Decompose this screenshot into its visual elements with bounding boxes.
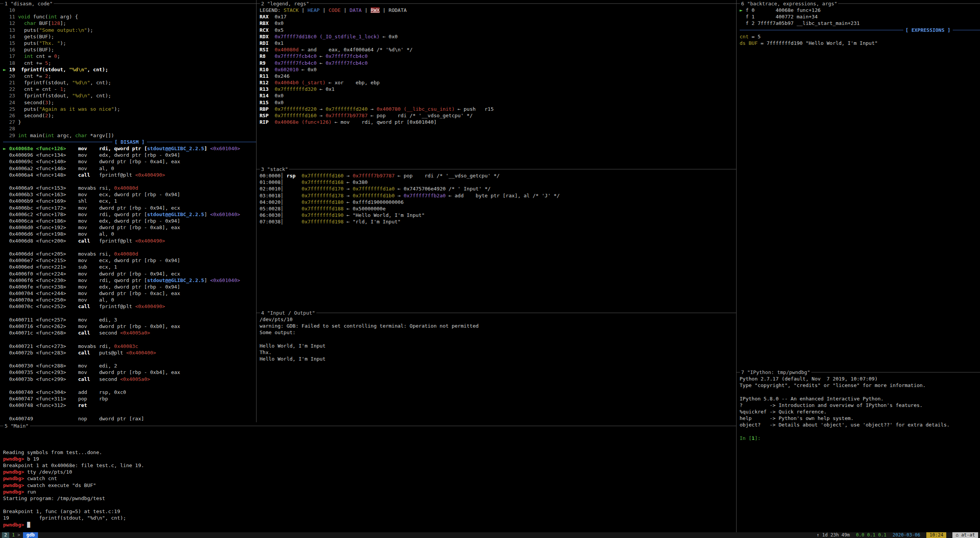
separator-line <box>953 30 980 30</box>
terminal-line <box>260 336 736 343</box>
pane-legend-regs[interactable]: 2 "legend, regs" LEGEND: STACK | HEAP | … <box>256 0 736 166</box>
terminal-line: R8 0x7ffff7fcb4c0 ← 0x7ffff7fcb4c0 <box>260 53 736 59</box>
backtrace-pane-body: ► f 0 40068e func+126 f 1 400772 main+34… <box>737 7 980 369</box>
disasm-section-label: [ DISASM ] <box>112 139 147 145</box>
terminal-line: 24 second(3); <box>3 99 256 106</box>
pane-main-console[interactable]: 5 "Main" Reading symbols from test...don… <box>0 422 736 532</box>
terminal-line: 0x4006ed <func+221> sub ecx, 1 <box>3 264 256 270</box>
backtrace-listing: ► f 0 40068e func+126 f 1 400772 main+34… <box>740 7 980 27</box>
pane-title-label: 4 "Input / Output" <box>260 310 316 316</box>
terminal-line <box>3 244 256 251</box>
terminal-line: 29 int main(int argc, char *argv[]) <box>3 132 256 139</box>
source-listing: 10 11 void func(int arg) { 12 char BUF[1… <box>3 7 256 139</box>
gdb-console-listing[interactable]: Reading symbols from test...done.pwndbg>… <box>0 429 736 532</box>
terminal-line: 0x400740 <func+304> add rsp, 0xc0 <box>3 389 256 395</box>
terminal-line: RBP 0x7fffffffd220 → 0x7fffffffd240 → 0x… <box>260 106 736 112</box>
terminal-line: 13 puts("Some output:\n"); <box>3 27 256 33</box>
ipython-listing[interactable]: Python 2.7.17 (default, Nov 7 2019, 10:0… <box>737 376 980 532</box>
pane-disasm-code[interactable]: 1 "disasm, code" 10 11 void func(int arg… <box>0 0 256 422</box>
terminal-line: R10 0x602010 ← 0x0 <box>260 66 736 73</box>
terminal-line: 0x4006d6 <func+198> mov al, 0 <box>3 231 256 237</box>
terminal-line: help -> Python's own help system. <box>740 415 980 422</box>
pane-title-label: 2 "legend, regs" <box>260 1 310 7</box>
terminal-line: 14 gets(BUF); <box>3 33 256 40</box>
terminal-line: 0x40073b <func+299> call second <0x4005a… <box>3 376 256 382</box>
terminal-line: Python 2.7.17 (default, Nov 7 2019, 10:0… <box>740 376 980 382</box>
terminal-line: Type "copyright", "credits" or "license"… <box>740 382 980 389</box>
hostname-text: at-at <box>961 532 975 538</box>
terminal-line: 0x4006fe <func+238> mov edx, dword ptr [… <box>3 284 256 290</box>
terminal-line: 0x4006a2 <func+146> mov al, 0 <box>3 165 256 172</box>
status-date: 2020-03-06 <box>893 532 920 538</box>
terminal-line: 01:0008│ 0x7fffffffd168 ← 0x380 <box>260 179 736 185</box>
terminal-line: 0x4006a9 <func+153> movabs rsi, 0x40080d <box>3 185 256 191</box>
terminal-line: 0x4006e7 <func+215> mov ecx, dword ptr [… <box>3 257 256 264</box>
terminal-line: 07:0038│ 0x7fffffffd198 ← "rld, I'm Inpu… <box>260 218 736 225</box>
terminal-line: 0x4006c2 <func+178> mov rdi, qword ptr [… <box>3 211 256 218</box>
terminal-line: 03:0018│ 0x7fffffffd178 → 0x7fffffffd1b0… <box>260 192 736 199</box>
pane-title-label: 5 "Main" <box>3 423 30 429</box>
terminal-line <box>3 502 736 508</box>
terminal-line <box>3 310 256 317</box>
terminal-line: 0x400747 <func+311> pop rbp <box>3 395 256 402</box>
terminal-line: Breakpoint 1, func (arg=5) at test.c:19 <box>3 508 736 515</box>
terminal-line: object? -> Details about 'object', use '… <box>740 422 980 428</box>
pane-ipython[interactable]: 7 "IPython: tmp/pwndbg" Python 2.7.17 (d… <box>736 369 980 532</box>
terminal-line: 16 puts(BUF); <box>3 46 256 53</box>
terminal-line: RIP 0x40068e (func+126) ← mov rdi, qword… <box>260 119 736 125</box>
pane-title-disasm: 1 "disasm, code" <box>0 0 256 7</box>
terminal-line: In [1]: <box>740 435 980 441</box>
terminal-line: 0x4006b9 <func+169> shl ecx, 1 <box>3 198 256 204</box>
terminal-line: pwndbg> tty /dev/pts/10 <box>3 469 736 475</box>
terminal-line: IPython 5.8.0 -- An enhanced Interactive… <box>740 395 980 402</box>
terminal-line: R13 0x7fffffffd320 ← 0x1 <box>260 86 736 92</box>
terminal-line <box>3 408 256 415</box>
terminal-line: 28 <box>3 125 256 132</box>
border-line <box>257 3 260 4</box>
pane-input-output[interactable]: 4 "Input / Output" /dev/pts/10warning: G… <box>256 309 736 422</box>
pane-title-label: 1 "disasm, code" <box>3 1 54 7</box>
border-line <box>289 169 736 169</box>
terminal-line: 10 <box>3 7 256 13</box>
terminal-line: 00:0000│ rsp 0x7fffffffd160 → 0x7ffff7b9… <box>260 172 736 179</box>
terminal-line: 0x40070a <func+250> mov al, 0 <box>3 297 256 303</box>
tmux-window-index[interactable]: 1 <box>12 532 15 538</box>
border-line <box>316 313 736 313</box>
terminal-line: 0x40069c <func+140> mov dword ptr [rbp -… <box>3 158 256 165</box>
disassembly-listing: ► 0x40068e <func+126> mov rdi, qword ptr… <box>3 145 256 422</box>
terminal-line: pwndbg> █ <box>3 522 736 528</box>
terminal-line: Hello World, I'm Input <box>260 356 736 362</box>
terminal-line: f 2 7ffff7a05b97 __libc_start_main+231 <box>740 20 980 26</box>
uptime-indicator: ↑ 1d 23h 49m <box>817 532 850 538</box>
terminal-line: 0x4006bc <func+172> mov dword ptr [rbp -… <box>3 205 256 211</box>
terminal-line: ► 0x40068e <func+126> mov rdi, qword ptr… <box>3 145 256 152</box>
terminal-line: 0x4006dd <func+205> movabs rsi, 0x40080d <box>3 251 256 257</box>
terminal-line: 19 fprintf(stdout, "%d\n", cnt); <box>3 515 736 521</box>
terminal-line <box>3 336 256 343</box>
terminal-line: 0x400704 <func+244> mov dword ptr [rbp -… <box>3 290 256 297</box>
terminal-line: 21 fprintf(stdout, "%d\n", cnt); <box>3 79 256 86</box>
terminal-line: 0x400716 <func+262> mov dword ptr [rbp -… <box>3 323 256 330</box>
tmux-session-badge[interactable]: 2 <box>2 532 9 538</box>
separator-line <box>3 142 112 142</box>
terminal-line <box>3 442 736 449</box>
terminal-line: R9 0x7ffff7fcb4c0 ← 0x7ffff7fcb4c0 <box>260 60 736 66</box>
terminal-line: RSP 0x7fffffffd160 → 0x7ffff7b97787 ← po… <box>260 112 736 119</box>
program-output-listing: /dev/pts/10warning: GDB: Failed to set c… <box>257 316 736 422</box>
terminal-line: pwndbg> cwatch execute "ds BUF" <box>3 482 736 489</box>
terminal-line <box>740 389 980 395</box>
pane-backtrace-expressions[interactable]: 6 "backtrace, expressions, args" ► f 0 4… <box>736 0 980 369</box>
status-time-badge: 10:24 <box>926 532 946 538</box>
border-line <box>737 3 740 4</box>
terminal-line: 0x4006d0 <func+192> mov dword ptr [rbp -… <box>3 224 256 231</box>
border-line <box>0 426 3 426</box>
pane-stack[interactable]: 3 "stack" 00:0000│ rsp 0x7fffffffd160 → … <box>256 166 736 309</box>
terminal-line: 0x4006f0 <func+224> mov dword ptr [rbp -… <box>3 271 256 277</box>
terminal-line: RCX 0x5 <box>260 27 736 33</box>
terminal-line: 05:0028│ 0x7fffffffd188 ← 0x50000000e <box>260 205 736 212</box>
tmux-active-window-badge[interactable]: gdb <box>23 532 38 538</box>
load-average: 0.0 0.1 0.1 <box>856 532 886 538</box>
terminal-line <box>740 428 980 435</box>
terminal-line: RBX 0x0 <box>260 20 736 26</box>
terminal-line: 18 cnt += 5; <box>3 60 256 66</box>
